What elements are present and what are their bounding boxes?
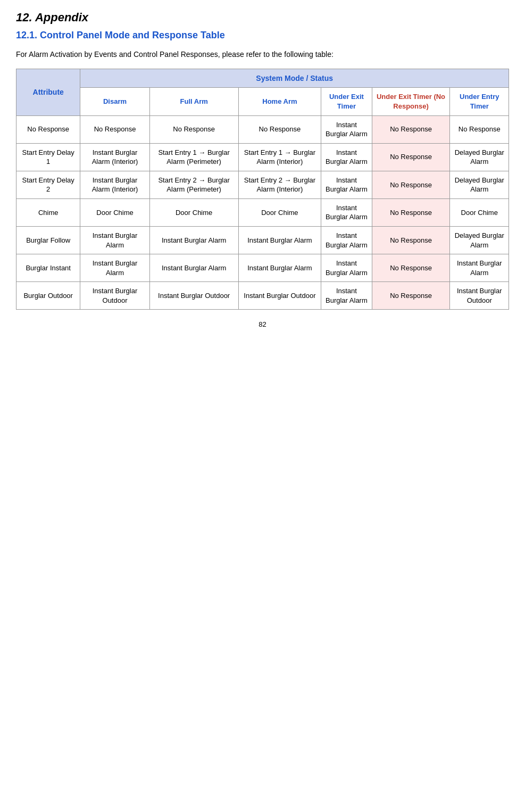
data-cell-r0-c1: No Response [149,115,238,143]
attribute-cell-4: Burglar Follow [16,226,80,254]
data-cell-r2-c1: Start Entry 2 → Burglar Alarm (Perimeter… [149,171,238,198]
col-header-under_exit_timer_no: Under Exit Timer (No Response) [372,88,450,115]
data-cell-r1-c4: No Response [372,143,450,171]
attribute-cell-5: Burglar Instant [16,254,80,282]
data-cell-r0-c4: No Response [372,115,450,143]
data-cell-r6-c2: Instant Burglar Outdoor [238,282,321,310]
data-cell-r1-c2: Start Entry 1 → Burglar Alarm (Interior) [238,143,321,171]
data-cell-r2-c4: No Response [372,171,450,198]
data-cell-r1-c0: Instant Burglar Alarm (Interior) [80,143,149,171]
col-header-disarm: Disarm [80,88,149,115]
data-cell-r5-c5: Instant Burglar Alarm [450,254,509,282]
data-cell-r1-c5: Delayed Burglar Alarm [450,143,509,171]
data-cell-r6-c5: Instant Burglar Outdoor [450,282,509,310]
data-cell-r4-c0: Instant Burglar Alarm [80,226,149,254]
data-cell-r2-c0: Instant Burglar Alarm (Interior) [80,171,149,198]
page-title: 12. Appendix [16,11,509,24]
attribute-cell-6: Burglar Outdoor [16,282,80,310]
col-header-full_arm: Full Arm [149,88,238,115]
system-mode-header: System Mode / Status [80,69,509,88]
data-cell-r2-c5: Delayed Burglar Alarm [450,171,509,198]
data-cell-r2-c2: Start Entry 2 → Burglar Alarm (Interior) [238,171,321,198]
data-cell-r4-c5: Delayed Burglar Alarm [450,226,509,254]
attribute-cell-2: Start Entry Delay 2 [16,171,80,198]
page-number: 82 [16,320,509,328]
data-cell-r3-c0: Door Chime [80,198,149,226]
data-cell-r5-c3: Instant Burglar Alarm [321,254,372,282]
col-header-home_arm: Home Arm [238,88,321,115]
data-cell-r5-c2: Instant Burglar Alarm [238,254,321,282]
data-cell-r0-c2: No Response [238,115,321,143]
data-cell-r0-c3: Instant Burglar Alarm [321,115,372,143]
data-cell-r5-c0: Instant Burglar Alarm [80,254,149,282]
data-cell-r3-c2: Door Chime [238,198,321,226]
table-row: No ResponseNo ResponseNo ResponseNo Resp… [16,115,509,143]
table-row: Start Entry Delay 2Instant Burglar Alarm… [16,171,509,198]
col-header-under_exit_timer: Under Exit Timer [321,88,372,115]
response-table: Attribute System Mode / Status DisarmFul… [16,69,509,310]
data-cell-r6-c1: Instant Burglar Outdoor [149,282,238,310]
data-cell-r3-c5: Door Chime [450,198,509,226]
data-cell-r6-c3: Instant Burglar Alarm [321,282,372,310]
table-row: ChimeDoor ChimeDoor ChimeDoor ChimeInsta… [16,198,509,226]
table-row: Burglar InstantInstant Burglar AlarmInst… [16,254,509,282]
col-header-under_entry_timer: Under Entry Timer [450,88,509,115]
table-row: Burglar FollowInstant Burglar AlarmInsta… [16,226,509,254]
data-cell-r4-c4: No Response [372,226,450,254]
section-title: 12.1. Control Panel Mode and Response Ta… [16,30,509,41]
attribute-cell-1: Start Entry Delay 1 [16,143,80,171]
data-cell-r1-c1: Start Entry 1 → Burglar Alarm (Perimeter… [149,143,238,171]
table-row: Start Entry Delay 1Instant Burglar Alarm… [16,143,509,171]
data-cell-r5-c1: Instant Burglar Alarm [149,254,238,282]
table-row: Burglar OutdoorInstant Burglar OutdoorIn… [16,282,509,310]
data-cell-r6-c0: Instant Burglar Outdoor [80,282,149,310]
data-cell-r4-c1: Instant Burglar Alarm [149,226,238,254]
data-cell-r5-c4: No Response [372,254,450,282]
attribute-cell-3: Chime [16,198,80,226]
data-cell-r3-c1: Door Chime [149,198,238,226]
data-cell-r3-c4: No Response [372,198,450,226]
data-cell-r0-c5: No Response [450,115,509,143]
data-cell-r1-c3: Instant Burglar Alarm [321,143,372,171]
data-cell-r0-c0: No Response [80,115,149,143]
intro-text: For Alarm Activation by Events and Contr… [16,49,509,60]
attribute-cell-0: No Response [16,115,80,143]
data-cell-r4-c2: Instant Burglar Alarm [238,226,321,254]
data-cell-r3-c3: Instant Burglar Alarm [321,198,372,226]
data-cell-r2-c3: Instant Burglar Alarm [321,171,372,198]
data-cell-r4-c3: Instant Burglar Alarm [321,226,372,254]
data-cell-r6-c4: No Response [372,282,450,310]
attribute-header: Attribute [16,69,80,115]
